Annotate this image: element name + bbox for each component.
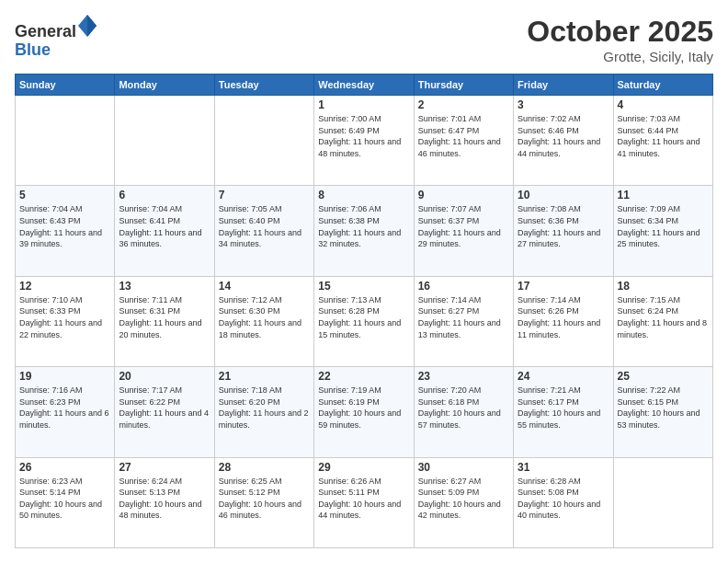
table-cell: 28Sunrise: 6:25 AM Sunset: 5:12 PM Dayli… bbox=[214, 457, 313, 547]
day-info: Sunrise: 7:04 AM Sunset: 6:41 PM Dayligh… bbox=[119, 203, 210, 249]
day-number: 9 bbox=[418, 189, 509, 201]
table-cell: 9Sunrise: 7:07 AM Sunset: 6:37 PM Daylig… bbox=[414, 186, 513, 276]
day-number: 1 bbox=[318, 98, 409, 111]
table-cell: 14Sunrise: 7:12 AM Sunset: 6:30 PM Dayli… bbox=[214, 276, 313, 366]
day-number: 20 bbox=[119, 370, 210, 383]
day-info: Sunrise: 7:07 AM Sunset: 6:37 PM Dayligh… bbox=[418, 203, 509, 249]
day-number: 17 bbox=[518, 280, 609, 293]
table-cell: 13Sunrise: 7:11 AM Sunset: 6:31 PM Dayli… bbox=[115, 276, 214, 366]
header: General Blue October 2025 Grotte, Sicily… bbox=[15, 15, 713, 64]
day-info: Sunrise: 7:06 AM Sunset: 6:38 PM Dayligh… bbox=[318, 203, 409, 249]
table-cell: 26Sunrise: 6:23 AM Sunset: 5:14 PM Dayli… bbox=[16, 457, 115, 547]
table-cell: 24Sunrise: 7:21 AM Sunset: 6:17 PM Dayli… bbox=[514, 367, 613, 457]
logo-general: General bbox=[15, 22, 76, 40]
day-info: Sunrise: 7:14 AM Sunset: 6:26 PM Dayligh… bbox=[518, 294, 609, 340]
day-number: 29 bbox=[318, 461, 409, 474]
month-title: October 2025 bbox=[527, 15, 713, 49]
day-number: 10 bbox=[518, 189, 609, 201]
day-info: Sunrise: 7:20 AM Sunset: 6:18 PM Dayligh… bbox=[418, 385, 509, 431]
table-cell: 11Sunrise: 7:09 AM Sunset: 6:34 PM Dayli… bbox=[613, 186, 712, 276]
day-info: Sunrise: 7:15 AM Sunset: 6:24 PM Dayligh… bbox=[618, 294, 709, 340]
table-cell: 3Sunrise: 7:02 AM Sunset: 6:46 PM Daylig… bbox=[514, 96, 613, 186]
table-cell: 1Sunrise: 7:00 AM Sunset: 6:49 PM Daylig… bbox=[314, 96, 414, 186]
day-number: 22 bbox=[318, 370, 409, 383]
day-number: 30 bbox=[418, 461, 509, 474]
day-info: Sunrise: 7:02 AM Sunset: 6:46 PM Dayligh… bbox=[518, 113, 609, 159]
day-info: Sunrise: 7:09 AM Sunset: 6:34 PM Dayligh… bbox=[618, 203, 709, 249]
day-number: 15 bbox=[318, 280, 409, 293]
day-info: Sunrise: 6:28 AM Sunset: 5:08 PM Dayligh… bbox=[518, 476, 609, 522]
day-number: 24 bbox=[518, 370, 609, 383]
week-row-4: 26Sunrise: 6:23 AM Sunset: 5:14 PM Dayli… bbox=[16, 457, 713, 547]
table-cell: 30Sunrise: 6:27 AM Sunset: 5:09 PM Dayli… bbox=[414, 457, 513, 547]
day-number: 19 bbox=[19, 370, 110, 383]
day-number: 5 bbox=[19, 189, 110, 201]
logo-text: General bbox=[15, 15, 97, 41]
day-info: Sunrise: 7:05 AM Sunset: 6:40 PM Dayligh… bbox=[219, 203, 310, 249]
day-info: Sunrise: 6:24 AM Sunset: 5:13 PM Dayligh… bbox=[119, 476, 210, 522]
week-row-2: 12Sunrise: 7:10 AM Sunset: 6:33 PM Dayli… bbox=[16, 276, 713, 366]
day-number: 16 bbox=[418, 280, 509, 293]
week-row-3: 19Sunrise: 7:16 AM Sunset: 6:23 PM Dayli… bbox=[16, 367, 713, 457]
day-number: 7 bbox=[219, 189, 310, 201]
table-cell bbox=[16, 96, 115, 186]
table-cell: 17Sunrise: 7:14 AM Sunset: 6:26 PM Dayli… bbox=[514, 276, 613, 366]
table-cell: 21Sunrise: 7:18 AM Sunset: 6:20 PM Dayli… bbox=[214, 367, 313, 457]
table-cell: 2Sunrise: 7:01 AM Sunset: 6:47 PM Daylig… bbox=[414, 96, 513, 186]
table-cell: 29Sunrise: 6:26 AM Sunset: 5:11 PM Dayli… bbox=[314, 457, 414, 547]
day-number: 31 bbox=[518, 461, 609, 474]
day-number: 8 bbox=[318, 189, 409, 201]
table-cell: 20Sunrise: 7:17 AM Sunset: 6:22 PM Dayli… bbox=[115, 367, 214, 457]
day-number: 28 bbox=[219, 461, 310, 474]
table-cell: 15Sunrise: 7:13 AM Sunset: 6:28 PM Dayli… bbox=[314, 276, 414, 366]
day-number: 26 bbox=[19, 461, 110, 474]
day-number: 6 bbox=[119, 189, 210, 201]
day-info: Sunrise: 7:18 AM Sunset: 6:20 PM Dayligh… bbox=[219, 385, 310, 431]
day-number: 27 bbox=[119, 461, 210, 474]
day-info: Sunrise: 7:00 AM Sunset: 6:49 PM Dayligh… bbox=[318, 113, 409, 159]
header-monday: Monday bbox=[115, 75, 214, 96]
day-number: 25 bbox=[618, 370, 709, 383]
page: General Blue October 2025 Grotte, Sicily… bbox=[0, 0, 728, 563]
day-info: Sunrise: 6:23 AM Sunset: 5:14 PM Dayligh… bbox=[19, 476, 110, 522]
weekday-header-row: Sunday Monday Tuesday Wednesday Thursday… bbox=[16, 75, 713, 96]
location-subtitle: Grotte, Sicily, Italy bbox=[527, 49, 713, 64]
logo-icon bbox=[78, 15, 97, 37]
day-number: 4 bbox=[618, 98, 709, 111]
day-info: Sunrise: 7:22 AM Sunset: 6:15 PM Dayligh… bbox=[618, 385, 709, 431]
table-cell: 23Sunrise: 7:20 AM Sunset: 6:18 PM Dayli… bbox=[414, 367, 513, 457]
header-tuesday: Tuesday bbox=[214, 75, 313, 96]
table-cell: 4Sunrise: 7:03 AM Sunset: 6:44 PM Daylig… bbox=[613, 96, 712, 186]
table-cell bbox=[613, 457, 712, 547]
day-info: Sunrise: 7:14 AM Sunset: 6:27 PM Dayligh… bbox=[418, 294, 509, 340]
day-info: Sunrise: 7:13 AM Sunset: 6:28 PM Dayligh… bbox=[318, 294, 409, 340]
day-info: Sunrise: 6:25 AM Sunset: 5:12 PM Dayligh… bbox=[219, 476, 310, 522]
day-info: Sunrise: 7:12 AM Sunset: 6:30 PM Dayligh… bbox=[219, 294, 310, 340]
day-info: Sunrise: 7:19 AM Sunset: 6:19 PM Dayligh… bbox=[318, 385, 409, 431]
table-cell: 16Sunrise: 7:14 AM Sunset: 6:27 PM Dayli… bbox=[414, 276, 513, 366]
day-info: Sunrise: 7:01 AM Sunset: 6:47 PM Dayligh… bbox=[418, 113, 509, 159]
svg-marker-1 bbox=[87, 15, 97, 37]
table-cell: 27Sunrise: 6:24 AM Sunset: 5:13 PM Dayli… bbox=[115, 457, 214, 547]
table-cell: 7Sunrise: 7:05 AM Sunset: 6:40 PM Daylig… bbox=[214, 186, 313, 276]
table-cell bbox=[115, 96, 214, 186]
table-cell: 10Sunrise: 7:08 AM Sunset: 6:36 PM Dayli… bbox=[514, 186, 613, 276]
day-number: 12 bbox=[19, 280, 110, 293]
day-info: Sunrise: 7:03 AM Sunset: 6:44 PM Dayligh… bbox=[618, 113, 709, 159]
table-cell: 25Sunrise: 7:22 AM Sunset: 6:15 PM Dayli… bbox=[613, 367, 712, 457]
week-row-1: 5Sunrise: 7:04 AM Sunset: 6:43 PM Daylig… bbox=[16, 186, 713, 276]
table-cell: 5Sunrise: 7:04 AM Sunset: 6:43 PM Daylig… bbox=[16, 186, 115, 276]
day-info: Sunrise: 7:08 AM Sunset: 6:36 PM Dayligh… bbox=[518, 203, 609, 249]
day-number: 18 bbox=[618, 280, 709, 293]
day-number: 11 bbox=[618, 189, 709, 201]
day-info: Sunrise: 7:11 AM Sunset: 6:31 PM Dayligh… bbox=[119, 294, 210, 340]
week-row-0: 1Sunrise: 7:00 AM Sunset: 6:49 PM Daylig… bbox=[16, 96, 713, 186]
day-info: Sunrise: 7:10 AM Sunset: 6:33 PM Dayligh… bbox=[19, 294, 110, 340]
logo: General Blue bbox=[15, 15, 97, 60]
header-friday: Friday bbox=[514, 75, 613, 96]
day-number: 2 bbox=[418, 98, 509, 111]
day-info: Sunrise: 7:17 AM Sunset: 6:22 PM Dayligh… bbox=[119, 385, 210, 431]
table-cell: 18Sunrise: 7:15 AM Sunset: 6:24 PM Dayli… bbox=[613, 276, 712, 366]
title-block: October 2025 Grotte, Sicily, Italy bbox=[527, 15, 713, 64]
calendar-table: Sunday Monday Tuesday Wednesday Thursday… bbox=[15, 74, 713, 548]
